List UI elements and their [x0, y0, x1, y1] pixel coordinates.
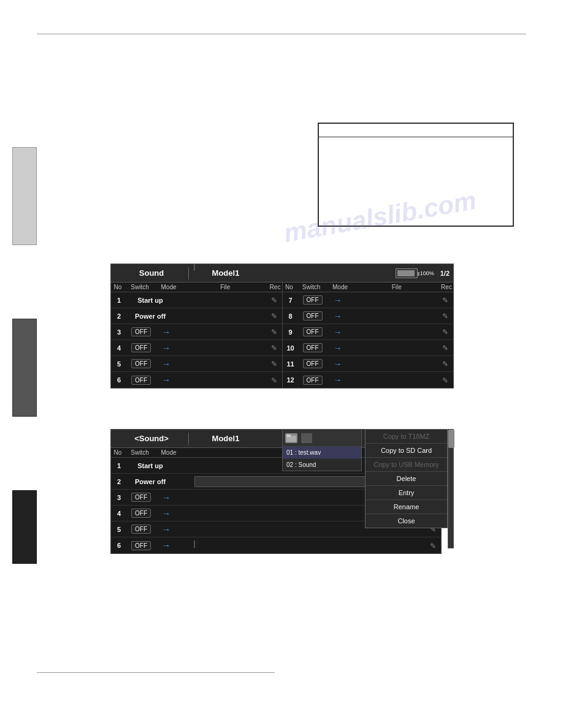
row-rec[interactable]: ✎ [267, 343, 281, 352]
row-mode: → [328, 343, 347, 353]
row-rec[interactable]: ✎ [439, 311, 452, 320]
side-tab-2 [12, 319, 37, 417]
row-rec[interactable]: ✎ [267, 327, 281, 336]
table-row[interactable]: 12 OFF → ✎ [283, 372, 454, 388]
col-header-file-left: File [182, 283, 269, 291]
ctx-close[interactable]: Close [366, 514, 447, 528]
row-mode: → [156, 540, 175, 550]
row-switch[interactable]: OFF [126, 493, 156, 502]
row-rec[interactable]: ✎ [439, 343, 452, 352]
row-switch[interactable]: OFF [297, 343, 328, 352]
row-rec[interactable]: ✎ [439, 327, 452, 336]
row-rec[interactable]: ✎ [426, 541, 440, 550]
row-mode: → [156, 525, 175, 534]
row-no: 5 [112, 360, 126, 368]
table-row[interactable]: 4 OFF → ✎ [111, 340, 282, 356]
row-rec[interactable]: ✎ [439, 376, 452, 385]
info-box-header [319, 124, 513, 137]
col-header-rec-right: Rec [440, 283, 453, 291]
row-mode: → [156, 375, 175, 385]
battery-icon [396, 268, 418, 278]
side-tab-1 [12, 147, 37, 245]
top-rule [37, 34, 526, 34]
ctx-copy-usb: Copy to USB Memory [366, 458, 447, 472]
table-row[interactable]: 8 OFF → ✎ [283, 308, 454, 324]
table-row[interactable]: 1 Start up ✎ [111, 292, 282, 308]
row-mode: → [328, 311, 347, 321]
table-row[interactable]: 6 OFF → ✎ [111, 372, 282, 388]
row-switch[interactable]: OFF [126, 376, 156, 385]
table2-model-title: Model1 [189, 434, 262, 443]
row-mode: → [156, 343, 175, 353]
col-header-switch-left: Switch [124, 283, 155, 291]
file-item[interactable]: 02 : Sound [283, 459, 361, 471]
ctx-delete[interactable]: Delete [366, 472, 447, 486]
col-header-rec-left: Rec [269, 283, 282, 291]
row-rec[interactable]: ✎ [267, 311, 281, 320]
table1-right-col: 7 OFF → ✎ 8 OFF → ✎ 9 OFF [283, 292, 454, 388]
table1-left-col: 1 Start up ✎ 2 Power off ✎ 3 OFF [111, 292, 283, 388]
table-row[interactable]: 6 OFF → ✎ [111, 537, 441, 553]
row-mode: → [156, 493, 175, 502]
row-no: 10 [284, 344, 297, 352]
row-no: 5 [112, 526, 126, 533]
sound-table-1: Sound Model1 100% 1/2 No Switch Mode Fil… [110, 264, 454, 389]
row-switch[interactable]: OFF [126, 525, 156, 534]
ctx-entry[interactable]: Entry [366, 486, 447, 500]
row-mode: → [328, 327, 347, 337]
row-no: 2 [112, 478, 126, 485]
row-rec[interactable]: ✎ [439, 359, 452, 368]
row-switch[interactable]: OFF [297, 311, 328, 320]
col-header-no-left: No [111, 283, 124, 291]
svg-rect-1 [286, 434, 291, 437]
table1-model-title: Model1 [189, 268, 262, 278]
row-switch[interactable]: OFF [297, 327, 328, 336]
table-row[interactable]: 11 OFF → ✎ [283, 356, 454, 372]
row-rec[interactable]: ✎ [267, 359, 281, 368]
row-switch[interactable]: OFF [297, 359, 328, 368]
row-switch[interactable]: OFF [126, 541, 156, 550]
row-switch[interactable]: OFF [297, 295, 328, 305]
table-row[interactable]: 2 Power off ✎ [111, 308, 282, 324]
file-panel: 01 : test.wav 02 : Sound [282, 429, 362, 471]
battery-percent: 100% [420, 270, 434, 276]
context-menu: Copy to T18MZ Copy to SD Card Copy to US… [365, 429, 448, 528]
file-item[interactable]: 01 : test.wav [283, 447, 361, 459]
row-rec[interactable]: ✎ [267, 295, 281, 305]
sd-card-icon [301, 433, 312, 443]
row-rec[interactable]: ✎ [267, 376, 281, 385]
row-rec[interactable]: ✎ [439, 295, 452, 305]
row-switch[interactable]: OFF [126, 359, 156, 368]
row-switch: Start up [126, 297, 175, 304]
row-switch: Power off [126, 478, 175, 485]
scrollbar-thumb[interactable] [448, 430, 454, 448]
ctx-rename[interactable]: Rename [366, 500, 447, 514]
page-container: manualslib.com Sound Model1 100% 1/2 No … [0, 0, 563, 728]
row-no: 6 [112, 376, 126, 384]
row-switch[interactable]: OFF [126, 327, 156, 336]
row-no: 9 [284, 328, 297, 336]
row-mode: → [156, 327, 175, 337]
row-no: 7 [284, 297, 297, 304]
row-no: 6 [112, 542, 126, 549]
row-no: 3 [112, 494, 126, 501]
row-switch[interactable]: OFF [126, 509, 156, 518]
ctx-copy-sd[interactable]: Copy to SD Card [366, 444, 447, 458]
row-no: 1 [112, 297, 126, 304]
col2-header-mode: Mode [155, 449, 182, 457]
col2-header-no: No [111, 449, 124, 457]
table-row[interactable]: 3 OFF → ✎ [111, 324, 282, 340]
row-no: 2 [112, 313, 126, 320]
table1-body: 1 Start up ✎ 2 Power off ✎ 3 OFF [111, 292, 453, 388]
row-no: 8 [284, 313, 297, 320]
row-switch[interactable]: OFF [126, 343, 156, 352]
scrollbar-track [448, 429, 454, 548]
row-switch[interactable]: OFF [297, 376, 328, 385]
row-mode: → [328, 359, 347, 369]
table1-sound-title: Sound [115, 268, 188, 278]
table-row[interactable]: 10 OFF → ✎ [283, 340, 454, 356]
table-row[interactable]: 9 OFF → ✎ [283, 324, 454, 340]
table-row[interactable]: 7 OFF → ✎ [283, 292, 454, 308]
table-row[interactable]: 5 OFF → ✎ [111, 356, 282, 372]
row-mode: → [328, 295, 347, 305]
